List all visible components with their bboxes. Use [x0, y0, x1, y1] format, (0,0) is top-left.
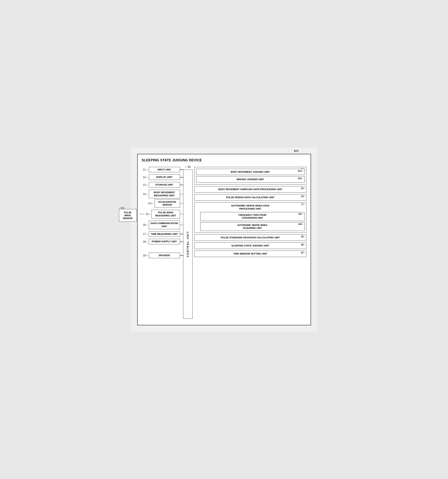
data-communication-unit-box: DATA COMMUNICATION UNIT: [149, 220, 180, 229]
item-num-141: 141 ⌐: [146, 202, 154, 205]
time-measuring-unit-box: TIME MEASURING UNIT: [149, 231, 180, 237]
list-item: 17 ⌐ TIME MEASURING UNIT: [142, 231, 183, 237]
item-num-19: 19 ⌐: [142, 254, 148, 257]
frequency-spectrum-conversion-unit: FREQUENCY SPECTRUMCONVERSION UNIT 241 ⌐: [200, 212, 305, 221]
spacer: [142, 246, 183, 253]
control-unit-label: CONTROL UNIT: [186, 231, 189, 257]
device-title: SLEEPING STATE JUDGING DEVICE: [142, 159, 306, 162]
group-21-rows: BODY MOVEMENT JUDGING UNIT 211 ⌐ WAKING …: [196, 169, 305, 183]
body-movement-judging-unit: BODY MOVEMENT JUDGING UNIT 211 ⌐: [196, 169, 305, 175]
list-item: 12 ⌐ DISPLAY UNIT: [142, 174, 183, 180]
display-unit-box: DISPLAY UNIT: [149, 174, 180, 180]
list-item: ⌐151 PULSE WAVE SENSOR 15 ⌐ PULSE WAVE M…: [142, 210, 183, 219]
power-supply-unit-box: POWER SUPPLY UNIT: [149, 239, 180, 244]
list-item: 19 ⌐ SPEAKER: [142, 253, 183, 258]
left-items-col: 11 ⌐ INPUT UNIT 12 ⌐ DISPLAY UNIT 13 ⌐ S…: [142, 165, 183, 260]
autonomic-nerve-title: AUTONOMIC NERVE INDEX DATAPROCESSING UNI…: [196, 204, 305, 210]
pulse-wave-measuring-unit-box: PULSE WAVE MEASURING UNIT: [151, 210, 180, 219]
speaker-box: SPEAKER: [149, 253, 180, 258]
autonomic-nerve-group: 24 ⌐ AUTONOMIC NERVE INDEX DATAPROCESSIN…: [194, 202, 306, 233]
control-unit-col: ⌐ 30 CONTROL UNIT: [183, 165, 193, 319]
list-item: 13 ⌐ STORAGE UNIT: [142, 182, 183, 188]
connector-line: [180, 177, 183, 178]
box-ref-26: 26 ⌐: [301, 243, 306, 246]
ani-sub-rows: FREQUENCY SPECTRUMCONVERSION UNIT 241 ⌐ …: [200, 212, 305, 231]
ctrl-ref-bracket: ⌐: [185, 165, 187, 168]
outer-device-box: SLEEPING STATE JUDGING DEVICE 11 ⌐ INPUT…: [137, 154, 311, 325]
item-num-11: 11 ⌐: [142, 168, 148, 171]
ani-sub-ref-241: 241 ⌐: [299, 213, 304, 215]
body-movement-sampling-unit: BODY MOVEMENT SAMPLING DATA PROCESSING U…: [194, 186, 306, 193]
connector-line: [180, 255, 183, 256]
connector-line: [180, 234, 183, 234]
item-num-16: 16 ⌐: [142, 223, 148, 226]
connector-line: [180, 225, 183, 225]
list-item: 14 ⌐ BODY MOVEMENT MEASURING UNIT: [142, 190, 183, 198]
item-num-13: 13 ⌐: [142, 184, 148, 186]
connector-line: [180, 194, 183, 194]
box-ref-22: 22 ⌐: [301, 187, 306, 190]
ani-group-ref: 24 ⌐: [301, 203, 306, 206]
diagram-area: 11 ⌐ INPUT UNIT 12 ⌐ DISPLAY UNIT 13 ⌐ S…: [142, 165, 306, 319]
connector-line: [180, 214, 183, 214]
connector-line: [180, 169, 183, 170]
input-unit-box: INPUT UNIT: [149, 167, 180, 173]
page-container: 100 ⌐ SLEEPING STATE JUDGING DEVICE 11 ⌐…: [131, 148, 317, 332]
list-item: 11 ⌐ INPUT UNIT: [142, 167, 183, 173]
item-num-14: 14 ⌐: [142, 193, 148, 195]
right-col: 21 ⌐ BODY MOVEMENT JUDGING UNIT 211 ⌐ WA…: [193, 165, 306, 257]
pulse-std-dev-unit: PULSE STANDARD DEVIATION CALCULATING UNI…: [194, 234, 306, 241]
control-unit-bar: CONTROL UNIT: [183, 170, 193, 319]
group-21: 21 ⌐ BODY MOVEMENT JUDGING UNIT 211 ⌐ WA…: [194, 167, 306, 185]
storage-unit-box: STORAGE UNIT: [149, 182, 180, 188]
item-num-17: 17 ⌐: [142, 233, 148, 235]
pws-ref: ⌐151: [119, 206, 124, 209]
box-ref-27: 27 ⌐: [301, 251, 306, 254]
connector-line: [180, 185, 183, 185]
box-ref-211: 211 ⌐: [298, 169, 304, 172]
acceleration-sensor-box: ACCELERATION SENSOR: [155, 199, 180, 208]
list-item: 16 ⌐ DATA COMMUNICATION UNIT: [142, 220, 183, 229]
box-ref-23: 23 ⌐: [301, 195, 306, 198]
ctrl-ref: ⌐ 30: [185, 165, 191, 168]
pulse-wave-sensor-box: PULSE WAVE SENSOR: [119, 209, 136, 222]
ctrl-ref-num: 30: [188, 165, 190, 168]
pws-hline: [139, 214, 144, 214]
body-movement-measuring-unit-box: BODY MOVEMENT MEASURING UNIT: [149, 190, 180, 198]
pulse-wave-sensor-wrapper: ⌐151 PULSE WAVE SENSOR: [119, 206, 136, 222]
item-num-12: 12 ⌐: [142, 176, 148, 179]
connector-line: [180, 203, 183, 204]
ani-sub-ref-242: 242 ⌐: [299, 223, 304, 226]
sleeping-state-judging-unit: SLEEPING STATE JUDGING UNIT 26 ⌐: [194, 242, 306, 249]
connector-line: [180, 241, 183, 242]
box-ref-212: 212 ⌐: [298, 177, 304, 180]
waking-judging-unit: WAKING JUDGING UNIT 212 ⌐: [196, 176, 305, 183]
outer-ref-bracket: ⌐: [294, 149, 296, 153]
time-window-setting-unit: TIME WINDOW SETTING UNIT 27 ⌐: [194, 251, 306, 257]
pulse-period-data-unit: PULSE PERIOD DATA CALCULATING UNIT 23 ⌐: [194, 194, 306, 201]
autonomic-nerve-index-acquiring-unit: AUTONOMIC NERVE INDEXACQUIRING UNIT 242 …: [200, 222, 305, 231]
list-item: 141 ⌐ ACCELERATION SENSOR: [146, 199, 183, 208]
box-ref-25: 25 ⌐: [301, 235, 306, 238]
item-num-18: 18 ⌐: [142, 240, 148, 243]
list-item: 18 ⌐ POWER SUPPLY UNIT: [142, 239, 183, 244]
item-num-15: 15 ⌐: [144, 213, 151, 216]
